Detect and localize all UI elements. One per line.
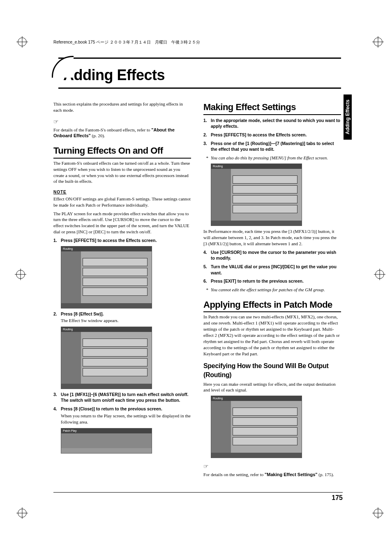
section-heading: Making Effect Settings	[203, 101, 341, 115]
screenshot-effectsw: Routing	[61, 327, 152, 389]
page-meta-line: Reference_e.book 175 ページ ２００３年７月１４日 月曜日 …	[53, 39, 200, 45]
crop-mark-icon	[16, 36, 28, 48]
title-corner	[52, 56, 74, 78]
screenshot-body	[61, 251, 152, 303]
intro-paragraph: This section explains the procedures and…	[53, 101, 191, 113]
step-item: Press [EFFECTS] to access the Effects sc…	[203, 132, 341, 138]
step-item: Press [8 (Effect Sw)]. The Effect Sw win…	[53, 311, 191, 324]
step-item: In the appropriate mode, select the soun…	[203, 117, 341, 129]
italic-note: You can also do this by pressing [MENU] …	[203, 155, 341, 161]
screenshot-body	[61, 433, 152, 448]
hint-prefix: For details on the setting, refer to	[203, 472, 265, 477]
page-title: Adding Effects	[63, 67, 341, 84]
body-paragraph: Here you can make overall settings for e…	[203, 381, 341, 394]
screenshot-titlebar: Routing	[61, 327, 152, 332]
screenshot-footer	[61, 384, 152, 389]
step-subtext: When you return to the Play screen, the …	[61, 413, 191, 426]
section-heading: Turning Effects On and Off	[53, 145, 191, 159]
step-item: Press [8 (Close)] to return to the previ…	[53, 406, 191, 425]
hint-icon	[203, 463, 209, 471]
hint-prefix: For details of the Fantom-S's onboard ef…	[53, 127, 151, 132]
screenshot-footer	[211, 453, 302, 458]
step-item: Press one of the [1 (Routing)]—[7 (Maste…	[203, 140, 341, 152]
title-rule	[58, 88, 341, 89]
hint-text: For details of the Fantom-S's onboard ef…	[53, 127, 191, 139]
crop-mark-icon	[372, 507, 384, 519]
note-icon: NOTE	[53, 189, 67, 195]
step-subtext: The Effect Sw window appears.	[61, 318, 191, 324]
hint-page: (p. 175).	[317, 472, 334, 477]
hint-icon	[53, 118, 59, 126]
right-column: Making Effect Settings In the appropriat…	[203, 101, 341, 480]
page-title-block: Adding Effects	[53, 58, 341, 89]
screenshot-titlebar: Routing	[211, 396, 302, 401]
body-paragraph: The PLAY screen for each mode provides e…	[53, 211, 191, 235]
body-paragraph: The Fantom-S's onboard effects can be tu…	[53, 160, 191, 184]
screenshot-body	[211, 169, 302, 221]
body-paragraph: In Performance mode, each time you press…	[203, 228, 341, 247]
screenshot-routing: Routing	[61, 246, 152, 309]
hint-reference: "Making Effect Settings"	[265, 472, 317, 477]
screenshot-footer	[211, 221, 302, 226]
hint-page: (p. 20).	[91, 133, 105, 138]
crop-mark-icon	[372, 36, 384, 48]
hint-text: For details on the setting, refer to "Ma…	[203, 472, 341, 478]
left-column: This section explains the procedures and…	[53, 101, 191, 480]
step-item: Use [1 (MFX1)]–[6 (MASTER)] to turn each…	[53, 391, 191, 403]
side-tab: Adding Effects	[344, 94, 352, 140]
crop-mark-icon	[15, 269, 26, 280]
screenshot-routing: Routing	[211, 396, 302, 458]
screenshot-body	[211, 401, 302, 453]
step-text: Press [8 (Close)] to return to the previ…	[61, 406, 162, 411]
step-item: Use [CURSOR] to move the cursor to the p…	[203, 249, 341, 261]
note-text: Effect ON/OFF settings are global Fantom…	[53, 196, 191, 208]
footer-rule	[53, 492, 343, 493]
section-heading: Applying Effects in Patch Mode	[203, 299, 341, 313]
step-text: Press [8 (Effect Sw)].	[61, 311, 104, 316]
screenshot-titlebar: Routing	[211, 164, 302, 169]
screenshot-patchplay: Patch Play	[61, 428, 152, 454]
step-item: Turn the VALUE dial or press [INC]/[DEC]…	[203, 264, 341, 276]
crop-mark-icon	[16, 507, 28, 519]
crop-mark-icon	[374, 269, 385, 280]
screenshot-titlebar: Routing	[61, 246, 152, 251]
screenshot-footer	[61, 303, 152, 308]
title-rule	[58, 58, 341, 59]
screenshot-routing: Routing	[211, 164, 302, 226]
step-item: Press [EXIT] to return to the previous s…	[203, 278, 341, 284]
body-paragraph: In Patch mode you can use two multi-effe…	[203, 314, 341, 357]
screenshot-titlebar: Patch Play	[61, 428, 152, 433]
screenshot-body	[61, 332, 152, 384]
subsection-heading: Specifying How the Sound Will Be Output …	[203, 362, 341, 379]
italic-note: You cannot edit the effect settings for …	[203, 287, 341, 293]
step-item: Press [EFFECTS] to access the Effects sc…	[53, 237, 191, 244]
page-number: 175	[332, 494, 343, 502]
